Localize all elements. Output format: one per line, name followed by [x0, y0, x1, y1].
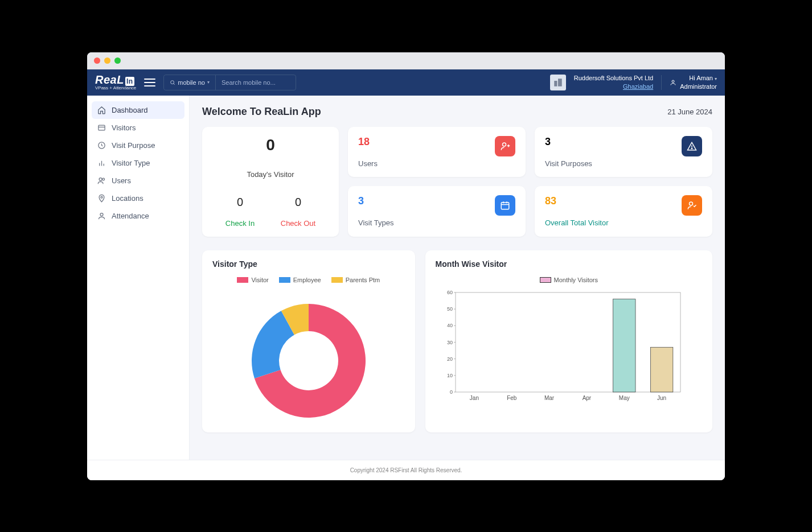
svg-point-4 [672, 80, 674, 83]
svg-point-13 [101, 196, 102, 198]
checkout-label: Check Out [281, 219, 315, 228]
divider [661, 75, 662, 90]
visitor-type-chart-card: Visitor Type VisitorEmployeeParents Ptm [202, 250, 415, 432]
legend-label: Monthly Visitors [554, 277, 598, 283]
bar-may [613, 299, 635, 391]
stat-value: 83 [545, 195, 609, 207]
sidebar: DashboardVisitorsVisit PurposeVisitor Ty… [87, 96, 190, 460]
close-dot[interactable] [94, 57, 100, 64]
menu-toggle-button[interactable] [144, 79, 155, 86]
svg-text:60: 60 [447, 290, 453, 295]
svg-point-19 [691, 148, 692, 149]
user-greeting: Hi Aman [689, 75, 713, 81]
sidebar-item-label: Attendance [112, 212, 149, 220]
month-wise-chart-card: Month Wise Visitor Monthly Visitors 0102… [425, 250, 712, 432]
checkout-count: 0 [281, 196, 315, 209]
maximize-dot[interactable] [114, 57, 121, 64]
donut-legend: VisitorEmployeeParents Ptm [212, 277, 405, 283]
card-icon [97, 123, 106, 132]
today-visitor-label: Today's Visitor [212, 170, 329, 179]
sidebar-item-visitor-type[interactable]: Visitor Type [92, 154, 184, 172]
svg-text:0: 0 [450, 389, 453, 395]
svg-text:50: 50 [447, 306, 453, 312]
svg-rect-5 [99, 125, 105, 130]
chevron-down-icon: ▾ [207, 80, 210, 85]
chevron-down-icon: ▾ [715, 76, 717, 81]
legend-swatch [540, 277, 551, 283]
page-date: 21 June 2024 [667, 108, 712, 116]
svg-rect-20 [501, 203, 509, 209]
svg-point-15 [503, 143, 506, 146]
svg-text:Mar: Mar [544, 395, 555, 401]
stat-card-visit-types: 3Visit Types [348, 186, 526, 237]
sidebar-item-label: Users [112, 176, 131, 185]
stat-label: Users [358, 159, 378, 168]
legend-label: Parents Ptm [346, 277, 380, 283]
legend-label: Employee [293, 277, 321, 283]
page-title: Welcome To ReaLin App [202, 106, 321, 118]
footer: Copyright 2024 RSFirst All Rights Reserv… [87, 460, 725, 480]
bar-chart-title: Month Wise Visitor [436, 259, 702, 269]
donut-chart [235, 287, 383, 423]
calendar-icon [495, 195, 515, 216]
sidebar-item-visit-purpose[interactable]: Visit Purpose [92, 137, 184, 154]
svg-text:30: 30 [447, 339, 453, 345]
svg-text:Feb: Feb [507, 395, 517, 401]
sidebar-item-label: Visit Purpose [112, 141, 155, 150]
svg-point-0 [171, 80, 174, 84]
sidebar-item-label: Locations [112, 194, 143, 203]
legend-swatch [237, 277, 248, 283]
sidebar-item-locations[interactable]: Locations [92, 189, 184, 207]
svg-point-24 [690, 202, 693, 205]
svg-point-11 [99, 178, 102, 180]
org-block: Ruddersoft Solutions Pvt Ltd Ghaziabad [574, 74, 653, 90]
search-input[interactable] [216, 79, 296, 86]
legend-swatch [331, 277, 343, 283]
main-content: Welcome To ReaLin App 21 June 2024 0 Tod… [190, 96, 725, 460]
sidebar-item-label: Dashboard [112, 106, 148, 114]
logo: ReaLIn VPass + Attendance [95, 74, 136, 90]
bar-jun [650, 347, 673, 392]
org-name: Ruddersoft Solutions Pvt Ltd [574, 74, 653, 82]
stat-card-visit-purposes: 3Visit Purposes [535, 127, 712, 178]
svg-text:Apr: Apr [582, 395, 591, 401]
svg-text:Jun: Jun [657, 395, 666, 401]
bar-chart: 0102030405060JanFebMarAprMayJun [436, 287, 686, 412]
building-icon [550, 75, 566, 90]
stat-label: Overall Total Visitor [545, 218, 609, 227]
today-visitor-card: 0 Today's Visitor 0 Check In 0 Check Out [202, 127, 339, 237]
stat-value: 3 [358, 195, 393, 207]
svg-line-1 [174, 83, 175, 84]
svg-text:10: 10 [447, 372, 453, 378]
stat-label: Visit Types [358, 218, 393, 227]
today-visitor-count: 0 [212, 136, 329, 154]
search-mode-label: mobile no [178, 79, 205, 86]
minimize-dot[interactable] [104, 57, 110, 64]
svg-point-14 [100, 213, 103, 216]
search-bar: mobile no ▾ [163, 75, 296, 90]
svg-rect-25 [456, 292, 680, 392]
logo-subtitle: VPass + Attendance [95, 85, 136, 90]
sidebar-item-dashboard[interactable]: Dashboard [92, 101, 184, 119]
svg-point-12 [102, 178, 105, 180]
checkin-label: Check In [225, 219, 255, 228]
warning-icon [682, 136, 702, 156]
search-mode-dropdown[interactable]: mobile no ▾ [164, 75, 216, 90]
sidebar-item-users[interactable]: Users [92, 172, 184, 189]
svg-text:Jan: Jan [469, 395, 478, 401]
legend-label: Visitor [251, 277, 268, 283]
topbar: ReaLIn VPass + Attendance mobile no ▾ Ru… [87, 69, 725, 96]
logo-text: ReaL [95, 73, 124, 86]
stat-value: 18 [358, 136, 378, 148]
user-menu[interactable]: Hi Aman ▾ Administrator [670, 74, 717, 90]
clock-icon [97, 141, 106, 150]
sidebar-item-attendance[interactable]: Attendance [92, 207, 184, 225]
stat-label: Visit Purposes [545, 159, 592, 168]
org-location-link[interactable]: Ghaziabad [623, 83, 653, 90]
svg-rect-3 [558, 79, 562, 86]
legend-swatch [279, 277, 290, 283]
stat-value: 3 [545, 136, 592, 148]
stat-card-overall-total-visitor: 83Overall Total Visitor [535, 186, 712, 237]
sidebar-item-visitors[interactable]: Visitors [92, 119, 184, 137]
window-titlebar [87, 52, 725, 69]
